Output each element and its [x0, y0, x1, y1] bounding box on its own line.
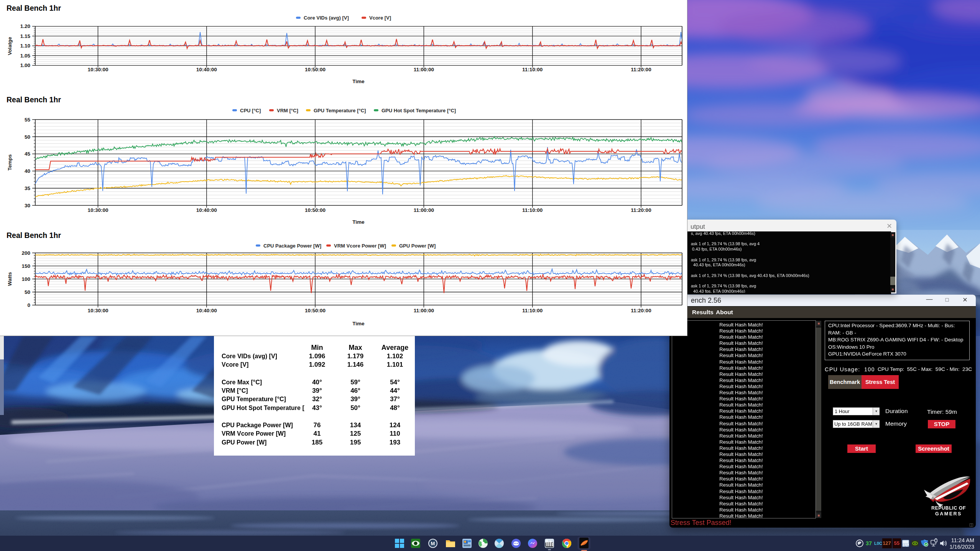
svg-text:CPU Package Power [W]: CPU Package Power [W] — [263, 243, 321, 249]
svg-text:Time: Time — [352, 79, 365, 84]
svg-text:40: 40 — [25, 168, 30, 174]
svg-text:CPU Package Power [W]: CPU Package Power [W] — [222, 422, 293, 428]
svg-text:37°: 37° — [390, 395, 400, 403]
svg-text:CPU [°C]: CPU [°C] — [240, 108, 261, 113]
svg-text:Real Bench 1hr: Real Bench 1hr — [7, 95, 61, 104]
svg-text:134: 134 — [350, 421, 361, 429]
svg-text:127: 127 — [883, 540, 891, 546]
svg-text:10:40:00: 10:40:00 — [196, 308, 217, 313]
svg-text:200: 200 — [21, 250, 30, 256]
svg-text:35: 35 — [25, 185, 31, 191]
svg-text:76: 76 — [314, 421, 321, 429]
svg-text:11:10:00: 11:10:00 — [522, 207, 543, 213]
svg-text:VRM [°C]: VRM [°C] — [277, 108, 298, 113]
svg-text:10:30:00: 10:30:00 — [87, 308, 108, 313]
svg-text:11:10:00: 11:10:00 — [522, 67, 543, 72]
svg-text:50°: 50° — [350, 404, 360, 412]
svg-text:100: 100 — [21, 276, 30, 282]
svg-text:10:50:00: 10:50:00 — [305, 67, 326, 72]
svg-text:1.10: 1.10 — [20, 43, 30, 49]
svg-text:REPUBLIC OF: REPUBLIC OF — [931, 505, 966, 511]
svg-text:32°: 32° — [312, 395, 322, 403]
svg-text:1.092: 1.092 — [309, 361, 326, 368]
svg-text:48°: 48° — [390, 404, 400, 412]
svg-text:37: 37 — [866, 540, 872, 546]
svg-text:Vcore [V]: Vcore [V] — [369, 15, 391, 21]
svg-text:125: 125 — [350, 430, 361, 437]
svg-text:Time: Time — [352, 321, 365, 326]
svg-text:GPU Temperature [°C]: GPU Temperature [°C] — [222, 396, 286, 402]
svg-text:Vcore [V]: Vcore [V] — [222, 361, 248, 368]
svg-text:VRM [°C]: VRM [°C] — [222, 387, 248, 394]
svg-text:Time: Time — [352, 219, 365, 225]
svg-text:Average: Average — [381, 344, 408, 351]
svg-text:10:50:00: 10:50:00 — [305, 308, 326, 313]
svg-text:195: 195 — [350, 439, 361, 446]
svg-text:41: 41 — [314, 430, 321, 437]
svg-text:54°: 54° — [390, 379, 400, 386]
svg-text:M: M — [431, 541, 435, 546]
svg-text:VRM Vcore Power [W]: VRM Vcore Power [W] — [222, 430, 286, 437]
svg-text:10:30:00: 10:30:00 — [87, 207, 108, 213]
svg-text:55: 55 — [894, 540, 899, 546]
svg-text:59°: 59° — [350, 379, 360, 386]
svg-text:Volatge: Volatge — [7, 37, 13, 55]
svg-text:1/16/2023: 1/16/2023 — [949, 544, 974, 550]
svg-text:124: 124 — [390, 421, 401, 429]
svg-text:10:30:00: 10:30:00 — [87, 67, 108, 72]
svg-text:185: 185 — [312, 439, 322, 446]
svg-text:10:50:00: 10:50:00 — [305, 207, 326, 213]
svg-text:Real Bench 1hr: Real Bench 1hr — [7, 231, 61, 239]
svg-text:1.096: 1.096 — [309, 353, 326, 360]
svg-text:11:24 AM: 11:24 AM — [951, 537, 974, 543]
svg-text:GPU Hot Spot Temperature [: GPU Hot Spot Temperature [ — [222, 405, 304, 411]
svg-text:GPU Power [W]: GPU Power [W] — [399, 243, 436, 249]
svg-text:1.20: 1.20 — [20, 23, 30, 29]
svg-text:11:20:00: 11:20:00 — [631, 308, 651, 313]
svg-text:44°: 44° — [390, 387, 400, 394]
svg-text:39°: 39° — [312, 387, 322, 394]
svg-text:10:40:00: 10:40:00 — [196, 67, 217, 72]
svg-text:L0C: L0C — [874, 541, 882, 546]
svg-text:193: 193 — [390, 439, 400, 446]
svg-text:11:00:00: 11:00:00 — [414, 67, 434, 72]
svg-text:1.05: 1.05 — [20, 53, 31, 59]
svg-text:11:10:00: 11:10:00 — [522, 308, 543, 313]
svg-text:55: 55 — [25, 117, 31, 123]
svg-text:GAMERS: GAMERS — [935, 511, 962, 517]
svg-text:43°: 43° — [312, 404, 322, 412]
svg-text:VRM Vcore Power [W]: VRM Vcore Power [W] — [334, 243, 386, 249]
svg-text:Watts: Watts — [7, 272, 13, 286]
svg-text:Temps: Temps — [7, 154, 13, 171]
svg-text:10:40:00: 10:40:00 — [196, 207, 217, 213]
svg-text:GPU Temperature [°C]: GPU Temperature [°C] — [314, 108, 366, 113]
svg-text:1.00: 1.00 — [20, 62, 30, 68]
svg-text:110: 110 — [390, 430, 400, 437]
svg-text:11:20:00: 11:20:00 — [631, 67, 651, 72]
svg-text:Max: Max — [349, 344, 362, 351]
svg-text:11:00:00: 11:00:00 — [414, 207, 434, 213]
svg-text:30: 30 — [25, 203, 30, 208]
svg-text:150: 150 — [21, 263, 30, 269]
svg-text:1.15: 1.15 — [20, 33, 31, 39]
svg-text:1.179: 1.179 — [347, 353, 364, 360]
svg-text:40°: 40° — [312, 379, 322, 386]
svg-text:0: 0 — [27, 302, 30, 308]
svg-text:50: 50 — [25, 289, 30, 295]
svg-text:GPU Hot Spot Temperature [°C]: GPU Hot Spot Temperature [°C] — [381, 108, 456, 113]
svg-text:50: 50 — [25, 134, 30, 140]
svg-text:Core VIDs (avg) [V]: Core VIDs (avg) [V] — [304, 15, 349, 21]
svg-text:1.102: 1.102 — [387, 353, 403, 360]
svg-text:Core Max [°C]: Core Max [°C] — [222, 379, 262, 385]
svg-text:Min: Min — [311, 344, 323, 351]
svg-text:11:00:00: 11:00:00 — [414, 308, 434, 313]
svg-text:Real Bench 1hr: Real Bench 1hr — [7, 4, 61, 12]
svg-text:45: 45 — [25, 151, 31, 157]
svg-text:Core VIDs (avg) [V]: Core VIDs (avg) [V] — [222, 353, 277, 359]
svg-text:11:20:00: 11:20:00 — [631, 207, 651, 213]
svg-text:1.101: 1.101 — [387, 361, 403, 368]
svg-text:39°: 39° — [350, 395, 360, 403]
svg-text:GPU Power [W]: GPU Power [W] — [222, 439, 266, 446]
svg-text:1.146: 1.146 — [347, 361, 364, 368]
svg-text:46°: 46° — [350, 387, 360, 394]
